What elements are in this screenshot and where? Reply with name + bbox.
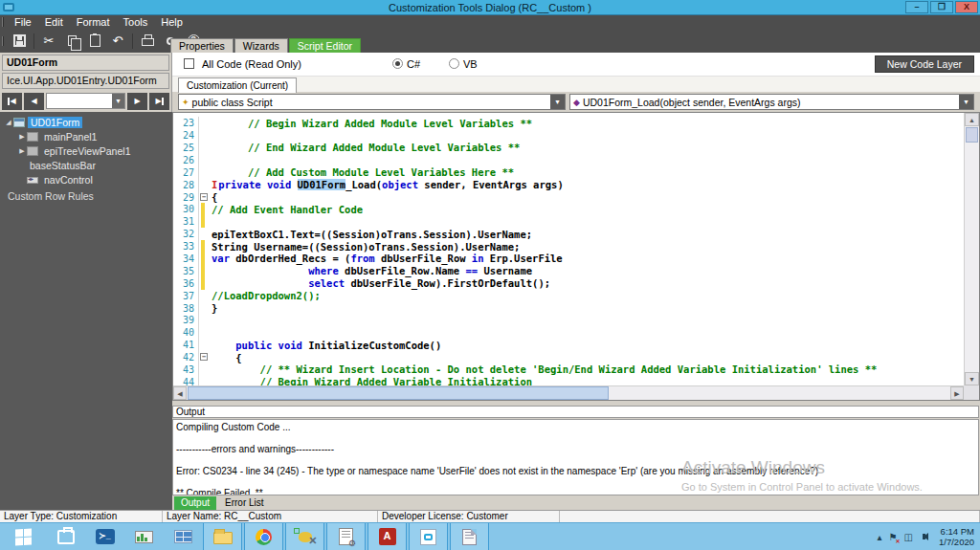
menu-item-help[interactable]: Help (154, 16, 189, 28)
tree-item-UD01Form[interactable]: ◢UD01Form (0, 115, 172, 129)
nav-next-button[interactable]: ▶ (127, 93, 147, 110)
taskbar-chrome-icon[interactable] (244, 523, 283, 550)
code-line[interactable]: 29−{ (173, 191, 964, 204)
code-line[interactable]: 26 (173, 154, 964, 166)
tree-item-baseStatusBar[interactable]: baseStatusBar (0, 158, 172, 172)
taskbar-data-tools-icon[interactable] (285, 523, 324, 550)
taskbar-server-manager-icon[interactable] (46, 523, 85, 550)
code-line[interactable]: 39 (173, 314, 964, 326)
nav-first-button[interactable]: ◀ (2, 93, 22, 110)
menu-item-tools[interactable]: Tools (117, 16, 155, 28)
tree-item-mainPanel1[interactable]: ▶mainPanel1 (0, 129, 172, 143)
csharp-radio[interactable] (392, 58, 403, 69)
taskbar-control-panel-icon[interactable] (164, 523, 203, 550)
tree-expander-icon[interactable]: ▶ (17, 133, 27, 141)
taskbar-system-monitor-icon[interactable] (124, 523, 164, 550)
vb-radio[interactable] (449, 58, 459, 69)
taskbar-powershell-icon[interactable]: ≻_ (85, 523, 124, 550)
tab-output[interactable]: Output (174, 496, 216, 510)
code-line[interactable]: 36 select dbUserFile_Row).FirstOrDefault… (173, 277, 964, 290)
change-bar (201, 203, 205, 215)
tree-expander-icon[interactable]: ◢ (4, 119, 13, 126)
code-line[interactable]: 27 // Add Custom Module Level Variables … (173, 166, 964, 179)
scroll-up-arrow[interactable]: ▲ (965, 113, 979, 126)
restore-button[interactable]: ❐ (930, 1, 953, 13)
code-line[interactable]: 41 public void InitializeCustomCode() (173, 339, 964, 351)
scroll-right-arrow[interactable]: ▶ (950, 386, 964, 400)
tree-item-epiTreeViewPanel1[interactable]: ▶epiTreeViewPanel1 (0, 143, 172, 158)
method-dropdown[interactable]: ◆ UD01Form_Load(object sender, EventArgs… (569, 94, 974, 110)
line-marker (198, 314, 210, 326)
paste-icon[interactable] (83, 32, 106, 51)
all-code-checkbox[interactable] (184, 58, 194, 69)
print-icon[interactable] (136, 32, 159, 51)
line-number: 29 (173, 192, 194, 203)
window-title: Customization Tools Dialog (RC__Custom ) (0, 2, 980, 13)
save-icon[interactable] (8, 32, 31, 51)
undo-icon[interactable]: ↶ (106, 32, 129, 51)
code-line[interactable]: 34var dbOrderHed_Recs = (from dbUserFile… (173, 253, 964, 265)
code-line[interactable]: 28Iprivate void UD01Form_Load(object sen… (173, 179, 964, 191)
code-line[interactable]: 37//LoadDropdown2(); (173, 290, 964, 302)
horizontal-scrollbar[interactable]: ◀ ▶ (173, 385, 964, 400)
volume-icon[interactable] (920, 533, 928, 540)
change-bar (201, 265, 205, 277)
customization-current-tab[interactable]: Customization (Current) (178, 77, 297, 93)
code-line[interactable]: 33String Username=((Session)oTrans.Sessi… (173, 240, 964, 253)
menu-item-edit[interactable]: Edit (38, 16, 70, 28)
class-dropdown[interactable]: ✦ public class Script ▼ (178, 94, 566, 110)
code-line[interactable]: 24 (173, 129, 964, 142)
vertical-scrollbar[interactable]: ▲ ▼ (964, 113, 979, 385)
tree-expander-icon[interactable]: ▶ (17, 147, 27, 155)
taskbar-notepad-icon[interactable] (450, 523, 489, 550)
code-line[interactable]: 40 (173, 326, 964, 339)
minimize-button[interactable]: – (905, 1, 928, 13)
tab-wizards[interactable]: Wizards (234, 38, 288, 54)
code-line[interactable]: 30// Add Event Handler Code (173, 203, 964, 215)
tab-properties[interactable]: Properties (170, 38, 234, 54)
hidden-icons-arrow[interactable]: ▴ (878, 532, 882, 542)
new-code-layer-button[interactable]: New Code Layer (875, 55, 974, 73)
custom-row-rules-label[interactable]: Custom Row Rules (8, 190, 172, 202)
code-line[interactable]: 25 // End Wizard Added Module Level Vari… (173, 142, 964, 154)
horizontal-scroll-thumb[interactable] (188, 386, 609, 400)
action-center-flag-icon[interactable]: ⚑ (889, 532, 898, 542)
vertical-scroll-thumb[interactable] (966, 127, 978, 143)
code-line[interactable]: 38} (173, 302, 964, 315)
chevron-down-icon[interactable]: ▼ (112, 94, 124, 108)
line-number: 23 (173, 118, 194, 128)
code-line[interactable]: 42− { (173, 351, 964, 363)
record-combo[interactable]: ▼ (46, 93, 125, 109)
menu-item-file[interactable]: File (8, 16, 38, 28)
start-button[interactable] (0, 523, 46, 550)
nav-prev-button[interactable]: ◀ (24, 93, 44, 110)
code-line[interactable]: 43 // ** Wizard Insert Location - Do not… (173, 363, 964, 376)
nav-icon (27, 177, 38, 184)
scroll-down-arrow[interactable]: ▼ (965, 372, 979, 385)
copy-icon[interactable] (60, 32, 83, 51)
code-line[interactable]: 44 // Begin Wizard Added Variable Initia… (173, 376, 964, 385)
chevron-down-icon[interactable]: ▼ (959, 95, 973, 109)
network-icon[interactable]: ◫ (904, 532, 913, 542)
code-editor[interactable]: 23 // Begin Wizard Added Module Level Va… (172, 112, 980, 401)
tab-script-editor[interactable]: Script Editor (289, 38, 361, 54)
tab-error-list[interactable]: Error List (218, 496, 271, 510)
code-line[interactable]: 35 where dbUserFile_Row.Name == Username (173, 265, 964, 277)
cut-icon[interactable]: ✂ (37, 32, 60, 51)
taskbar-file-explorer-icon[interactable] (203, 523, 242, 550)
code-line[interactable]: 31 (173, 215, 964, 228)
taskbar-epicor-icon[interactable] (409, 523, 448, 550)
scroll-left-arrow[interactable]: ◀ (173, 386, 187, 400)
clock[interactable]: 6:14 PM 1/7/2020 (939, 526, 974, 547)
fold-toggle-icon[interactable]: − (200, 353, 208, 361)
menu-item-format[interactable]: Format (70, 16, 117, 28)
close-button[interactable]: X (955, 1, 978, 13)
taskbar-acrobat-reader-icon[interactable]: A (368, 523, 407, 550)
fold-toggle-icon[interactable]: − (200, 193, 208, 201)
nav-last-button[interactable]: ▶ (149, 93, 169, 110)
taskbar-report-builder-icon[interactable] (326, 523, 366, 550)
code-line[interactable]: 32epiTextBoxC1.Text=((Session)oTrans.Ses… (173, 228, 964, 240)
tree-item-navControl[interactable]: navControl (0, 172, 172, 187)
chevron-down-icon[interactable]: ▼ (550, 95, 565, 109)
code-line[interactable]: 23 // Begin Wizard Added Module Level Va… (173, 117, 964, 129)
